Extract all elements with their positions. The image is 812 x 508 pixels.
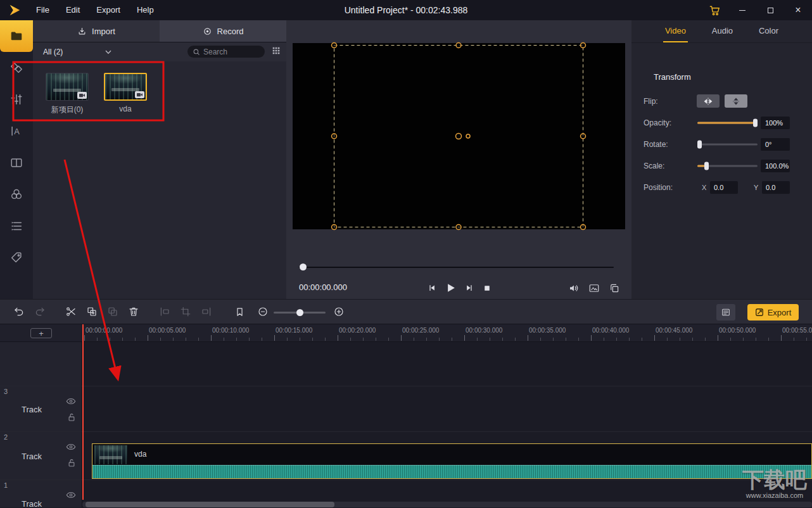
stop-button[interactable] bbox=[483, 284, 492, 293]
position-x-field[interactable]: 0.0 bbox=[710, 181, 738, 194]
menu-help[interactable]: Help bbox=[129, 0, 162, 20]
rotate-slider[interactable] bbox=[697, 144, 758, 146]
timeline-zoom-slider[interactable] bbox=[274, 312, 326, 314]
position-y-field[interactable]: 0.0 bbox=[762, 181, 790, 194]
video-canvas[interactable] bbox=[293, 43, 625, 229]
ruler-label: 00:00:30.000 bbox=[466, 327, 502, 334]
rotate-value[interactable]: 0° bbox=[761, 138, 790, 151]
zoom-out-button[interactable] bbox=[255, 304, 270, 319]
menu-export[interactable]: Export bbox=[88, 0, 129, 20]
play-button[interactable] bbox=[445, 282, 457, 294]
media-filter-dropdown[interactable]: All (2) bbox=[43, 46, 111, 58]
track-lane-empty[interactable] bbox=[82, 342, 812, 386]
sidebar-item-text[interactable]: A bbox=[0, 115, 33, 147]
tab-import[interactable]: Import bbox=[33, 20, 160, 42]
flip-vertical-button[interactable] bbox=[725, 94, 747, 108]
timeline-clip-vda[interactable]: vda bbox=[92, 443, 812, 479]
ruler-major-ticks bbox=[84, 335, 812, 341]
track-header-1[interactable]: 1 Track bbox=[0, 480, 82, 507]
add-track-button[interactable]: + bbox=[30, 328, 52, 338]
delete-button[interactable] bbox=[126, 304, 141, 319]
tab-record[interactable]: Record bbox=[160, 20, 286, 42]
duplicate-screen-icon[interactable] bbox=[609, 283, 620, 294]
chevron-down-icon bbox=[105, 50, 111, 54]
opacity-value[interactable]: 100% bbox=[761, 117, 790, 129]
playhead[interactable] bbox=[82, 324, 84, 500]
aspect-ratio-icon[interactable] bbox=[588, 283, 600, 294]
track-visibility-eye-icon[interactable] bbox=[66, 491, 76, 499]
selection-overlay[interactable] bbox=[293, 43, 625, 229]
scale-slider[interactable] bbox=[697, 165, 758, 167]
minimize-button[interactable] bbox=[728, 0, 756, 20]
menu-edit[interactable]: Edit bbox=[58, 0, 88, 20]
track-lock-icon[interactable] bbox=[67, 412, 76, 422]
timeline-empty-row bbox=[0, 342, 812, 386]
media-tabs: Import Record bbox=[33, 20, 286, 42]
search-icon bbox=[193, 48, 200, 56]
trim-left-button[interactable] bbox=[157, 304, 172, 319]
next-frame-button[interactable] bbox=[465, 283, 474, 293]
scale-value[interactable]: 100.0% bbox=[761, 160, 790, 172]
volume-icon[interactable] bbox=[568, 283, 580, 294]
duplicate-button[interactable] bbox=[84, 304, 99, 319]
sidebar-item-effects[interactable] bbox=[0, 179, 33, 210]
seek-bar[interactable] bbox=[299, 267, 614, 268]
sidebar-item-tags[interactable] bbox=[0, 242, 33, 274]
menu-file[interactable]: File bbox=[28, 0, 58, 20]
trim-right-button[interactable] bbox=[199, 304, 214, 319]
track-number: 1 bbox=[4, 481, 8, 489]
grid-view-icon[interactable] bbox=[271, 46, 281, 56]
clone-button[interactable] bbox=[105, 304, 120, 319]
marker-button[interactable] bbox=[232, 304, 247, 319]
ruler-label: 00:00:55.000 bbox=[782, 327, 812, 334]
timeline-ruler[interactable]: + 00:00:00.000 00:00:05.000 00:00:10.000… bbox=[0, 324, 812, 342]
folder-icon bbox=[10, 29, 23, 43]
store-cart-button[interactable] bbox=[701, 0, 728, 20]
track-visibility-eye-icon[interactable] bbox=[66, 397, 76, 405]
sidebar-item-transitions[interactable] bbox=[0, 52, 33, 84]
track-header-3[interactable]: 3 Track bbox=[0, 386, 82, 431]
export-icon bbox=[755, 308, 764, 317]
crop-button[interactable] bbox=[178, 304, 193, 319]
render-queue-button[interactable] bbox=[716, 304, 735, 321]
media-item-new-project[interactable]: 新项目(0) bbox=[46, 73, 89, 115]
flip-horizontal-button[interactable] bbox=[697, 94, 720, 108]
sidebar-item-media[interactable] bbox=[0, 20, 33, 52]
seek-handle[interactable] bbox=[300, 264, 307, 270]
cut-button[interactable] bbox=[63, 304, 79, 319]
close-button[interactable]: × bbox=[784, 0, 812, 20]
video-clip-badge-icon bbox=[77, 92, 87, 99]
media-thumbnail[interactable] bbox=[104, 73, 147, 101]
track-lane-2[interactable]: vda bbox=[82, 432, 812, 479]
timeline-horizontal-scrollbar[interactable] bbox=[82, 502, 812, 507]
sidebar-item-audio[interactable] bbox=[0, 84, 33, 115]
behaviors-icon bbox=[10, 219, 23, 233]
sidebar-item-behaviors[interactable] bbox=[0, 210, 33, 242]
undo-button[interactable] bbox=[11, 304, 27, 319]
maximize-button[interactable] bbox=[756, 0, 784, 20]
scrollbar-thumb[interactable] bbox=[86, 502, 334, 507]
search-input[interactable] bbox=[203, 48, 260, 56]
redo-button[interactable] bbox=[32, 304, 48, 319]
media-item-vda[interactable]: vda bbox=[104, 73, 147, 115]
track-lock-icon[interactable] bbox=[67, 458, 76, 467]
flip-row: Flip: bbox=[631, 92, 812, 110]
track-visibility-eye-icon[interactable] bbox=[66, 443, 76, 451]
opacity-slider[interactable] bbox=[697, 122, 758, 124]
track-lane-3[interactable] bbox=[82, 386, 812, 431]
position-x-label: X bbox=[702, 184, 706, 191]
tab-record-label: Record bbox=[217, 27, 244, 36]
export-button[interactable]: Export bbox=[747, 304, 799, 321]
media-panel: Import Record All (2) 新项目(0) vda bbox=[33, 20, 286, 299]
tab-video[interactable]: Video bbox=[661, 20, 690, 42]
preview-panel: 00:00:00.000 bbox=[286, 20, 631, 299]
tab-audio[interactable]: Audio bbox=[708, 20, 737, 42]
sidebar-item-split-screen[interactable] bbox=[0, 147, 33, 179]
tab-color[interactable]: Color bbox=[755, 20, 782, 42]
media-thumbnail[interactable] bbox=[46, 73, 89, 101]
import-icon bbox=[77, 27, 87, 36]
previous-frame-button[interactable] bbox=[427, 283, 436, 293]
zoom-in-button[interactable] bbox=[331, 304, 346, 319]
track-header-2[interactable]: 2 Track bbox=[0, 432, 82, 479]
timeline-zoom-handle[interactable] bbox=[296, 309, 303, 316]
